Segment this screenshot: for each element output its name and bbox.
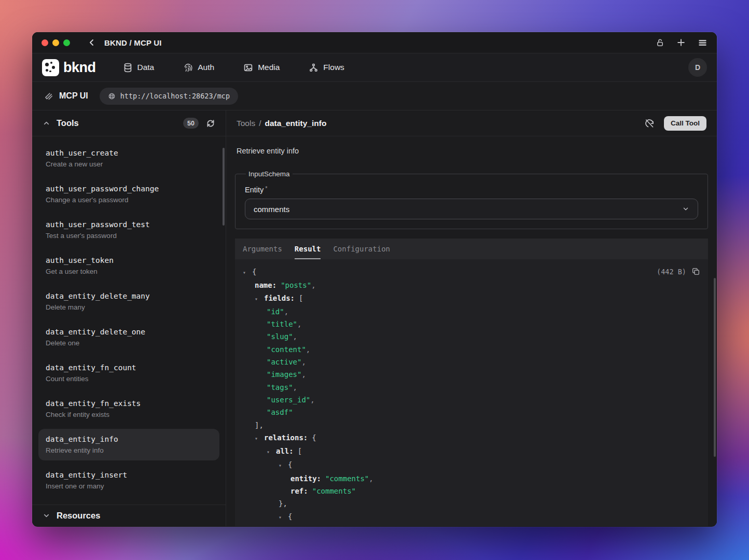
json-string-value: "content" [267, 345, 306, 354]
collapse-arrow-icon[interactable]: ▾ [243, 267, 252, 279]
tool-description: Insert one or many [46, 482, 212, 491]
maximize-window-button[interactable] [63, 39, 70, 46]
json-comma: , [293, 332, 297, 341]
mcp-header-bar: MCP UI http://localhost:28623/mcp [32, 82, 717, 110]
tool-description: Change a user's password [46, 195, 212, 205]
bknd-logo[interactable]: bknd [42, 59, 96, 76]
nav-item-media[interactable]: Media [243, 63, 280, 73]
nav-item-data[interactable]: Data [123, 63, 155, 73]
copy-icon[interactable] [691, 267, 700, 276]
json-line: ▾all:[ [235, 445, 708, 458]
json-punctuation: [ [298, 447, 302, 455]
tab-result[interactable]: Result [295, 239, 321, 259]
json-key: ref: [290, 487, 308, 495]
tool-detail-header: Tools/data_entity_info Call Tool [226, 110, 717, 136]
json-comma: , [356, 526, 360, 526]
resources-header-label: Resources [57, 511, 100, 521]
tool-item-auth_user_create[interactable]: auth_user_create Create a new user [38, 143, 219, 174]
entity-select[interactable]: comments [245, 199, 698, 219]
plus-icon[interactable] [676, 38, 686, 47]
breadcrumb-separator: / [259, 119, 261, 128]
mcp-url-pill[interactable]: http://localhost:28623/mcp [100, 88, 238, 105]
tool-description: Create a new user [46, 160, 212, 169]
mcp-page-title: MCP UI [59, 91, 88, 101]
tool-item-data_entity_insert[interactable]: data_entity_insert Insert one or many [38, 465, 219, 496]
lock-open-icon[interactable] [656, 38, 664, 47]
nav-item-auth[interactable]: Auth [183, 63, 214, 73]
json-line: entity:"media", [235, 524, 708, 526]
json-line: name:"posts", [235, 279, 708, 291]
nav-label: Flows [323, 63, 344, 72]
tool-detail-description: Retrieve entity info [235, 146, 708, 156]
tool-name: auth_user_password_change [46, 184, 212, 194]
breadcrumb-section[interactable]: Tools [237, 119, 255, 128]
collapse-arrow-icon[interactable]: ▾ [279, 511, 288, 524]
tool-item-data_entity_fn_exists[interactable]: data_entity_fn_exists Check if entity ex… [38, 393, 219, 425]
tools-header-label: Tools [57, 118, 79, 128]
sidebar-scrollbar[interactable] [223, 148, 225, 226]
call-tool-button[interactable]: Call Tool [664, 116, 706, 131]
tool-description: Delete many [46, 303, 212, 312]
json-line: "asdf" [235, 406, 708, 418]
tool-list: auth_user_create Create a new user auth_… [32, 136, 226, 505]
tool-item-data_entity_delete_one[interactable]: data_entity_delete_one Delete one [38, 321, 219, 353]
nav-item-flows[interactable]: Flows [309, 63, 344, 73]
menu-icon[interactable] [698, 38, 708, 48]
json-punctuation: { [312, 433, 316, 442]
json-comma: , [369, 474, 373, 483]
json-string-value: "posts" [281, 281, 311, 289]
collapse-arrow-icon[interactable]: ▾ [279, 459, 288, 472]
nav-label: Auth [198, 63, 214, 72]
tool-item-data_entity_info[interactable]: data_entity_info Retrieve entity info [38, 429, 219, 460]
tool-description: Count entities [46, 374, 212, 384]
tool-item-data_entity_delete_many[interactable]: data_entity_delete_many Delete many [38, 286, 219, 317]
history-off-icon[interactable] [644, 118, 655, 129]
tool-name: data_entity_fn_count [46, 362, 212, 373]
tool-item-auth_user_token[interactable]: auth_user_token Get a user token [38, 250, 219, 282]
result-size-label: (442 B) [657, 268, 686, 276]
collapse-arrow-icon[interactable]: ▾ [255, 432, 264, 445]
close-window-button[interactable] [41, 39, 48, 46]
tab-arguments[interactable]: Arguments [243, 239, 282, 259]
json-line: ▾{ [235, 510, 708, 524]
json-key: name: [255, 281, 276, 289]
collapse-arrow-icon[interactable]: ▾ [267, 446, 276, 458]
main-scrollbar[interactable] [714, 278, 716, 457]
back-chevron-icon[interactable] [88, 38, 96, 47]
app-window: BKND / MCP UI bknd [32, 32, 717, 527]
chevron-down-icon [682, 205, 689, 213]
json-punctuation: ], [255, 421, 263, 429]
collapse-arrow-icon[interactable]: ▾ [255, 293, 264, 305]
tool-name: auth_user_create [46, 148, 212, 158]
json-punctuation: { [288, 512, 292, 521]
tools-section-header[interactable]: Tools 50 [32, 110, 226, 136]
minimize-window-button[interactable] [52, 39, 59, 46]
image-icon [243, 63, 253, 73]
tab-configuration[interactable]: Configuration [333, 239, 390, 259]
json-string-value: "comments" [325, 474, 369, 483]
tool-description: Get a user token [46, 267, 212, 276]
json-comma: , [284, 307, 288, 316]
json-line: ▾relations:{ [235, 431, 708, 445]
json-line: "content", [235, 343, 708, 356]
tool-item-auth_user_password_change[interactable]: auth_user_password_change Change a user'… [38, 178, 219, 210]
input-schema-fieldset: InputSchema Entity* comments [235, 170, 708, 229]
tools-sidebar: Tools 50 auth_user_create Create a new u… [32, 110, 226, 526]
window-title: BKND / MCP UI [104, 38, 162, 47]
user-avatar[interactable]: D [688, 58, 707, 77]
resources-section-header[interactable]: Resources [32, 505, 226, 526]
tools-count-badge: 50 [183, 118, 199, 129]
json-line: ▾{ [235, 458, 708, 472]
refresh-icon[interactable] [206, 119, 215, 128]
window-titlebar: BKND / MCP UI [32, 32, 717, 53]
globe-icon [108, 92, 116, 100]
tool-item-auth_user_password_test[interactable]: auth_user_password_test Test a user's pa… [38, 214, 219, 246]
tool-item-data_entity_fn_count[interactable]: data_entity_fn_count Count entities [38, 357, 219, 389]
json-line: "id", [235, 305, 708, 318]
input-schema-legend: InputSchema [246, 170, 293, 178]
chevron-down-icon [43, 512, 50, 520]
json-punctuation: { [288, 460, 292, 469]
json-punctuation: [ [299, 294, 303, 302]
tool-detail-panel: Tools/data_entity_info Call Tool Retriev… [226, 110, 717, 526]
json-line: ], [235, 419, 708, 431]
